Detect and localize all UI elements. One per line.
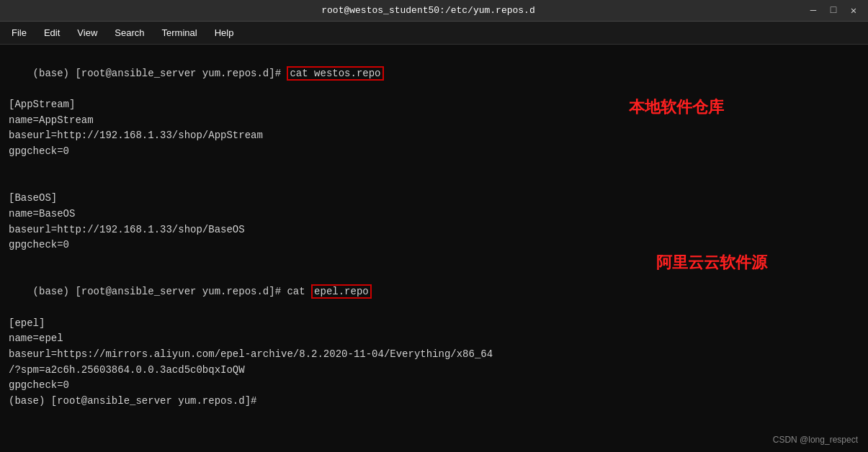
menu-edit[interactable]: Edit xyxy=(37,24,67,41)
terminal-line-2: [AppStream] xyxy=(9,97,859,113)
terminal-line-8: [BaseOS] xyxy=(9,191,859,207)
command-epel: epel.repo xyxy=(311,284,372,299)
terminal-line-6 xyxy=(9,160,859,176)
terminal-line-4: baseurl=http://192.168.1.33/shop/AppStre… xyxy=(9,128,859,144)
terminal-line-18: gpgcheck=0 xyxy=(9,378,859,394)
menu-file[interactable]: File xyxy=(4,24,34,41)
menu-view[interactable]: View xyxy=(70,24,104,41)
terminal-line-7 xyxy=(9,176,859,191)
minimize-button[interactable]: — xyxy=(806,4,820,17)
watermark: CSDN @long_respect xyxy=(773,435,858,445)
window-controls[interactable]: — □ ✕ xyxy=(806,4,861,17)
terminal-line-9: name=BaseOS xyxy=(9,207,859,222)
window-title: root@westos_student50:/etc/yum.repos.d xyxy=(50,5,806,16)
maximize-button[interactable]: □ xyxy=(826,4,841,17)
menu-search[interactable]: Search xyxy=(107,24,151,41)
terminal-line-11: gpgcheck=0 xyxy=(9,238,859,253)
prompt-1: (base) [root@ansible_server yum.repos.d]… xyxy=(33,68,287,79)
terminal-line-1: (base) [root@ansible_server yum.repos.d]… xyxy=(9,50,859,97)
terminal-line-3: name=AppStream xyxy=(9,113,859,129)
menu-terminal[interactable]: Terminal xyxy=(155,24,205,41)
terminal-line-5: gpgcheck=0 xyxy=(9,144,859,160)
terminal-line-17: /?spm=a2c6h.25603864.0.0.3acd5c0bqxIoQW xyxy=(9,363,859,379)
terminal-line-13: (base) [root@ansible_server yum.repos.d]… xyxy=(9,269,859,316)
terminal-area[interactable]: (base) [root@ansible_server yum.repos.d]… xyxy=(0,45,868,452)
close-button[interactable]: ✕ xyxy=(846,4,861,17)
annotation-local-repo: 本地软件仓库 xyxy=(629,96,724,118)
menu-bar: File Edit View Search Terminal Help xyxy=(0,22,868,45)
title-bar: root@westos_student50:/etc/yum.repos.d —… xyxy=(0,0,868,22)
terminal-line-16: baseurl=https://mirrors.aliyun.com/epel-… xyxy=(9,347,859,363)
menu-help[interactable]: Help xyxy=(207,24,241,41)
prompt-2: (base) [root@ansible_server yum.repos.d]… xyxy=(33,286,311,297)
terminal-line-19: (base) [root@ansible_server yum.repos.d]… xyxy=(9,394,859,410)
terminal-line-10: baseurl=http://192.168.1.33/shop/BaseOS xyxy=(9,222,859,238)
terminal-line-14: [epel] xyxy=(9,316,859,332)
terminal-line-15: name=epel xyxy=(9,331,859,347)
command-westos: cat westos.repo xyxy=(287,66,383,81)
annotation-aliyun-repo: 阿里云云软件源 xyxy=(656,252,767,274)
